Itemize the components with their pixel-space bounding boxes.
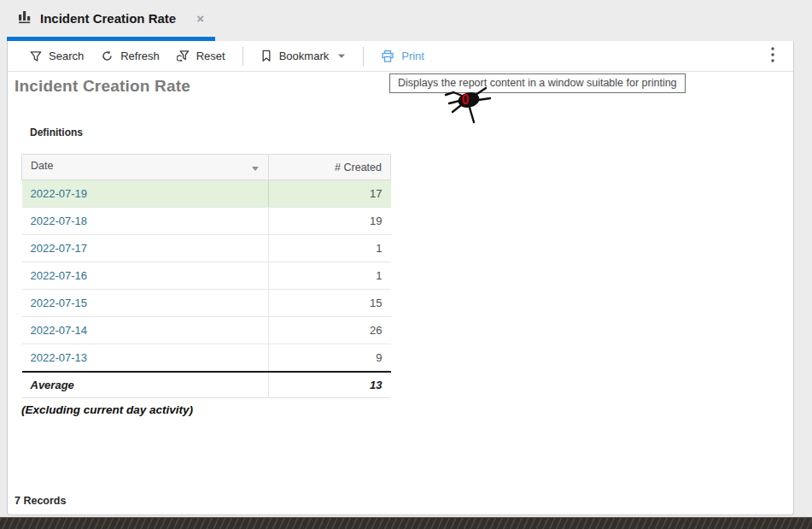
print-button[interactable]: Print <box>372 44 433 68</box>
table-header-row: Date # Created <box>22 155 391 180</box>
bar-chart-icon <box>18 9 32 27</box>
date-link[interactable]: 2022-07-15 <box>22 290 269 317</box>
search-button-label: Search <box>49 50 84 62</box>
search-button[interactable]: Search <box>21 44 92 68</box>
record-count: 7 Records <box>15 495 66 507</box>
column-header-date-label: Date <box>31 160 53 172</box>
created-count: 17 <box>269 180 391 208</box>
definitions-toggle[interactable]: Definitions <box>30 126 83 138</box>
date-link[interactable]: 2022-07-13 <box>22 344 269 372</box>
toolbar-divider <box>242 47 243 66</box>
screen: { "window": { "tab_title": "Incident Cre… <box>0 0 812 529</box>
created-count: 1 <box>269 235 391 262</box>
table-row: 2022-07-18 19 <box>22 208 391 235</box>
reset-button-label: Reset <box>196 50 225 62</box>
tab-title: Incident Creation Rate <box>40 11 186 26</box>
tab-incident-creation-rate[interactable]: Incident Creation Rate × <box>7 0 215 37</box>
created-count: 15 <box>269 290 391 317</box>
print-button-label: Print <box>401 50 424 62</box>
report-table: Date # Created 2022-07-19 17 2022-07-18 … <box>21 154 391 398</box>
column-header-date[interactable]: Date <box>22 155 269 180</box>
table-row: 2022-07-17 1 <box>22 235 391 262</box>
bookmark-icon <box>260 50 272 62</box>
report-content: Incident Creation Rate Definitions Date … <box>8 72 793 416</box>
print-tooltip: Displays the report content in a window … <box>389 73 686 93</box>
report-toolbar: Search Refresh Reset Bookmark <box>8 41 793 72</box>
refresh-button-label: Refresh <box>120 50 160 62</box>
column-header-created: # Created <box>269 155 391 180</box>
chevron-down-icon[interactable] <box>337 53 346 59</box>
date-link[interactable]: 2022-07-18 <box>22 208 269 235</box>
date-link[interactable]: 2022-07-16 <box>22 262 269 290</box>
tab-bar: Incident Creation Rate × <box>0 0 812 41</box>
created-count: 19 <box>269 208 391 235</box>
date-link[interactable]: 2022-07-17 <box>22 235 269 262</box>
toolbar-divider <box>363 47 364 66</box>
reset-button[interactable]: Reset <box>168 44 234 68</box>
bookmark-button[interactable]: Bookmark <box>252 44 355 68</box>
table-row: 2022-07-15 15 <box>22 290 391 317</box>
created-count: 26 <box>269 317 391 344</box>
created-count: 9 <box>269 344 391 372</box>
printer-icon <box>381 50 394 63</box>
created-count: 1 <box>269 262 391 290</box>
report-footnote: (Excluding current day activity) <box>21 403 793 416</box>
table-row: 2022-07-14 26 <box>22 317 391 344</box>
report-panel: Search Refresh Reset Bookmark <box>7 41 794 515</box>
average-value: 13 <box>269 372 391 398</box>
average-row: Average 13 <box>22 372 391 398</box>
refresh-icon <box>101 50 114 62</box>
average-label: Average <box>22 372 269 398</box>
desktop-background-strip <box>0 517 812 529</box>
reset-filter-icon <box>177 50 190 62</box>
table-row: 2022-07-13 9 <box>22 344 391 372</box>
date-link[interactable]: 2022-07-14 <box>22 317 269 344</box>
filter-funnel-icon <box>30 50 42 62</box>
bookmark-button-label: Bookmark <box>279 50 330 62</box>
tab-close-icon[interactable]: × <box>194 10 207 26</box>
sort-caret-icon[interactable] <box>251 162 260 174</box>
date-link[interactable]: 2022-07-19 <box>22 180 269 208</box>
more-options-kebab-icon[interactable] <box>766 44 780 68</box>
table-row: 2022-07-16 1 <box>22 262 391 290</box>
refresh-button[interactable]: Refresh <box>92 44 168 68</box>
table-row: 2022-07-19 17 <box>22 180 391 208</box>
